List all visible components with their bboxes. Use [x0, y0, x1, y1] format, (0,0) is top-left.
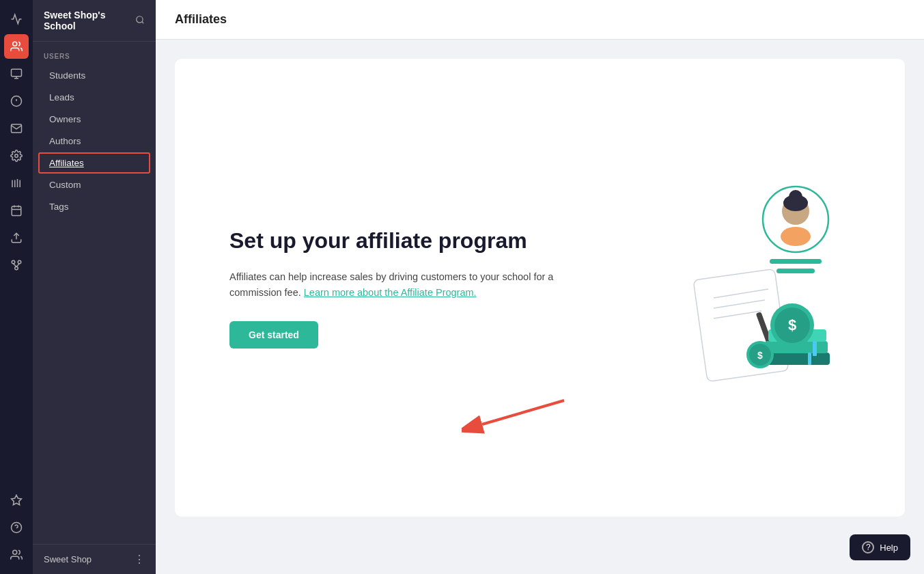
svg-rect-36 [776, 269, 815, 273]
sidebar-footer-school-name: Sweet Shop [44, 554, 92, 564]
team-nav-icon[interactable] [4, 543, 29, 567]
sidebar-item-owners[interactable]: Owners [38, 109, 150, 130]
sidebar-item-tags[interactable]: Tags [38, 196, 150, 217]
content-header: Affiliates [156, 0, 924, 40]
email-nav-icon[interactable] [4, 116, 29, 141]
svg-point-7 [15, 154, 18, 158]
settings-nav-icon[interactable] [4, 144, 29, 168]
sidebar-item-leads[interactable]: Leads [38, 87, 150, 108]
svg-rect-35 [770, 259, 822, 264]
revenue-nav-icon[interactable] [4, 89, 29, 113]
library-nav-icon[interactable] [4, 171, 29, 195]
content-area: Affiliates Set up your affiliate program… [156, 0, 924, 574]
favorites-nav-icon[interactable] [4, 488, 29, 512]
svg-text:$: $ [788, 316, 796, 333]
main-sidebar: Sweet Shop's School USERS Students Leads… [33, 0, 156, 574]
calendar-nav-icon[interactable] [4, 198, 29, 223]
affiliate-illustration: $ $ [659, 178, 864, 397]
users-section-label: USERS [33, 42, 156, 64]
svg-point-33 [783, 195, 808, 211]
affiliate-learn-more-link[interactable]: Learn more about the Affiliate Program. [304, 287, 477, 298]
integrations-nav-icon[interactable] [4, 253, 29, 277]
help-button-icon: ? [862, 541, 874, 554]
content-body: Set up your affiliate program Affiliates… [156, 40, 924, 574]
svg-point-19 [15, 266, 18, 270]
svg-point-25 [13, 550, 17, 554]
sidebar-search-icon[interactable] [135, 15, 145, 27]
affiliate-card-heading: Set up your affiliate program [229, 227, 605, 256]
users-nav-icon[interactable] [4, 34, 29, 59]
svg-point-34 [781, 227, 811, 246]
svg-rect-46 [813, 341, 817, 356]
sidebar-item-students[interactable]: Students [38, 65, 150, 86]
svg-line-20 [14, 264, 17, 267]
sidebar-title: Sweet Shop's School [44, 10, 135, 31]
svg-line-29 [482, 400, 564, 424]
svg-text:$: $ [757, 350, 763, 361]
svg-rect-12 [12, 206, 21, 216]
page-title: Affiliates [175, 12, 905, 27]
affiliate-card-content: Set up your affiliate program Affiliates… [229, 227, 605, 348]
svg-point-26 [137, 16, 143, 22]
sidebar-item-affiliates[interactable]: Affiliates [38, 152, 150, 174]
svg-line-27 [142, 21, 144, 23]
sidebar-item-custom[interactable]: Custom [38, 174, 150, 195]
svg-marker-22 [12, 495, 22, 505]
sidebar-footer: Sweet Shop ⋮ [33, 544, 156, 574]
help-nav-icon[interactable] [4, 515, 29, 540]
arrow-annotation [462, 387, 571, 441]
sidebar-header: Sweet Shop's School [33, 0, 156, 42]
svg-rect-1 [12, 69, 22, 77]
affiliate-setup-card: Set up your affiliate program Affiliates… [175, 59, 905, 517]
svg-line-21 [16, 264, 20, 267]
svg-point-0 [13, 42, 17, 46]
help-button-label: Help [880, 543, 898, 553]
courses-nav-icon[interactable] [4, 62, 29, 86]
sidebar-item-authors[interactable]: Authors [38, 131, 150, 152]
help-button[interactable]: ? Help [850, 534, 910, 560]
svg-point-18 [18, 260, 21, 264]
upload-nav-icon[interactable] [4, 226, 29, 250]
sidebar-footer-menu-icon[interactable]: ⋮ [134, 553, 145, 566]
get-started-button[interactable]: Get started [229, 321, 318, 348]
affiliate-card-description: Affiliates can help increase sales by dr… [229, 269, 605, 301]
analytics-nav-icon[interactable] [4, 7, 29, 31]
svg-point-17 [12, 260, 15, 264]
users-section: USERS Students Leads Owners Authors Affi… [33, 42, 156, 218]
svg-rect-47 [808, 353, 811, 365]
icon-sidebar [0, 0, 33, 574]
